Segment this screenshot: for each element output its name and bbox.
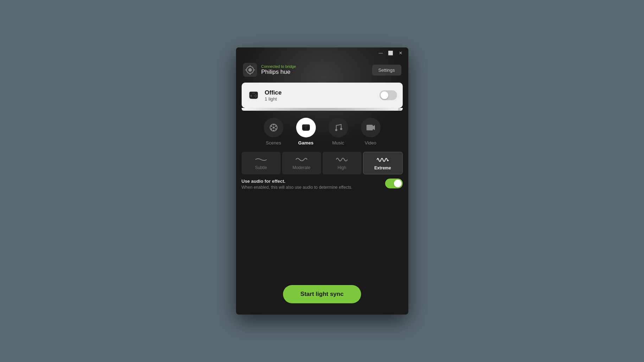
extreme-label: Extreme xyxy=(374,166,391,170)
svg-point-13 xyxy=(255,97,256,98)
moderate-wave-icon xyxy=(295,156,308,163)
brand-text: Connected to bridge Philips hue xyxy=(261,64,296,76)
games-label: Games xyxy=(298,140,313,146)
room-card: Office 1 light xyxy=(242,83,403,108)
audio-toggle[interactable] xyxy=(385,179,403,188)
minimize-button[interactable]: — xyxy=(376,48,386,58)
svg-marker-33 xyxy=(373,125,375,130)
svg-point-20 xyxy=(273,130,274,131)
intensity-extreme[interactable]: Extreme xyxy=(363,152,403,174)
scenes-label: Scenes xyxy=(266,140,281,146)
settings-button[interactable]: Settings xyxy=(372,65,401,76)
svg-point-18 xyxy=(275,125,276,127)
tab-music[interactable]: Music xyxy=(326,118,351,146)
hue-logo-icon xyxy=(243,63,257,77)
maximize-button[interactable]: ⬜ xyxy=(386,48,396,58)
audio-row: Use audio for effect. When enabled, this… xyxy=(242,178,403,190)
tab-video[interactable]: Video xyxy=(358,118,383,146)
svg-point-2 xyxy=(248,68,252,72)
svg-point-27 xyxy=(306,128,307,129)
scroll-indicator xyxy=(242,108,403,111)
room-lights-count: 1 light xyxy=(265,96,282,102)
svg-point-21 xyxy=(271,128,272,130)
video-icon xyxy=(366,123,376,132)
scenes-icon xyxy=(269,123,279,132)
svg-point-31 xyxy=(340,128,342,130)
high-wave-icon xyxy=(336,156,348,163)
svg-rect-9 xyxy=(250,96,252,96)
extreme-wave-icon xyxy=(376,156,389,163)
high-label: High xyxy=(338,165,346,170)
intensity-moderate[interactable]: Moderate xyxy=(282,152,321,174)
close-button[interactable]: ✕ xyxy=(396,48,406,58)
video-label: Video xyxy=(365,140,376,146)
music-icon-wrap xyxy=(329,118,348,137)
app-window: — ⬜ ✕ Connected to bridge Philips hue xyxy=(236,47,408,315)
audio-bold-label: Use audio for effect. xyxy=(242,179,286,184)
scroll-dot xyxy=(398,108,401,111)
room-name: Office xyxy=(265,89,282,96)
svg-point-17 xyxy=(273,124,274,125)
scenes-icon-wrap xyxy=(264,118,283,137)
intensity-high[interactable]: High xyxy=(323,152,362,174)
connected-suffix-text: to bridge xyxy=(280,64,296,69)
moderate-label: Moderate xyxy=(293,165,311,170)
room-toggle-slider xyxy=(380,90,397,100)
start-sync-button[interactable]: Start light sync xyxy=(283,285,361,303)
intensity-subtle[interactable]: Subtle xyxy=(242,152,281,174)
svg-point-26 xyxy=(308,128,310,129)
audio-toggle-slider xyxy=(385,179,403,188)
svg-point-11 xyxy=(256,96,257,97)
connection-status: Connected to bridge xyxy=(261,64,296,69)
svg-rect-24 xyxy=(303,128,305,129)
svg-point-30 xyxy=(335,129,337,131)
room-toggle[interactable] xyxy=(380,90,397,100)
audio-description: When enabled, this will also use audio t… xyxy=(242,185,352,190)
svg-rect-14 xyxy=(252,93,255,93)
audio-text: Use audio for effect. When enabled, this… xyxy=(242,178,352,190)
music-label: Music xyxy=(332,140,344,146)
games-icon-wrap xyxy=(296,118,316,137)
svg-rect-29 xyxy=(305,125,307,126)
room-left: Office 1 light xyxy=(247,89,282,102)
subtle-label: Subtle xyxy=(255,165,267,170)
svg-point-28 xyxy=(307,129,308,130)
mode-tabs: Scenes Games xyxy=(236,111,408,149)
video-icon-wrap xyxy=(361,118,381,137)
title-bar: — ⬜ ✕ xyxy=(236,47,408,59)
music-icon xyxy=(333,123,343,132)
svg-point-22 xyxy=(271,125,272,127)
svg-rect-32 xyxy=(366,125,373,130)
intensity-row: Subtle Moderate High Extreme xyxy=(242,152,403,174)
tab-scenes[interactable]: Scenes xyxy=(261,118,286,146)
svg-point-10 xyxy=(255,95,256,96)
svg-point-25 xyxy=(307,127,308,128)
brand-info: Connected to bridge Philips hue xyxy=(243,63,296,77)
room-gamepad-icon xyxy=(247,89,260,102)
brand-name: Philips hue xyxy=(261,69,296,76)
header: Connected to bridge Philips hue Settings xyxy=(236,59,408,83)
svg-point-19 xyxy=(275,128,276,130)
svg-point-12 xyxy=(254,96,255,97)
subtle-wave-icon xyxy=(255,156,267,163)
svg-point-16 xyxy=(273,127,275,129)
games-icon xyxy=(301,122,311,133)
room-info: Office 1 light xyxy=(265,89,282,102)
tab-games[interactable]: Games xyxy=(293,118,319,146)
